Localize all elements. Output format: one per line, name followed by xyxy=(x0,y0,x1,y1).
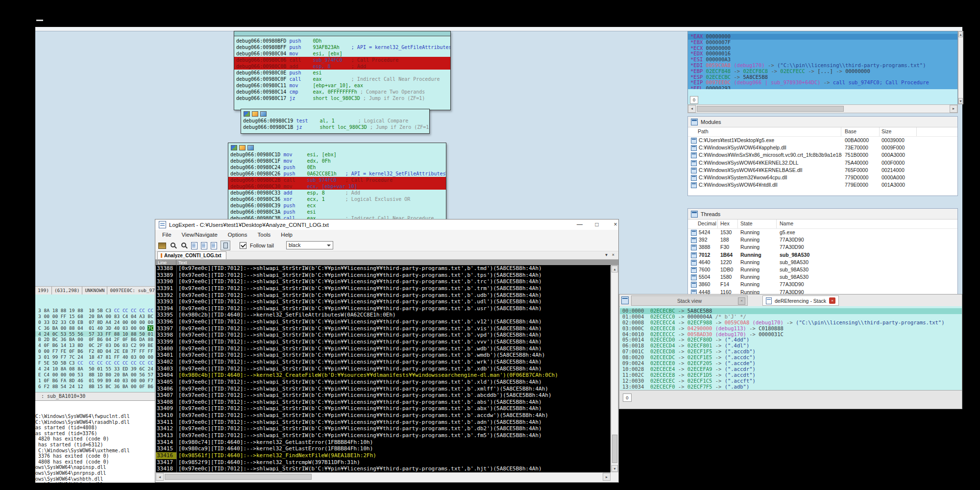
scroll-thumb[interactable] xyxy=(697,106,844,112)
maximize-button[interactable]: □ xyxy=(590,220,604,230)
disasm-line[interactable]: debug066:00980BFF push 93AFB23Ah ; API =… xyxy=(236,44,450,50)
threads-titlebar[interactable]: Threads xyxy=(688,209,957,220)
document-icon[interactable] xyxy=(201,242,207,249)
open-file-icon[interactable] xyxy=(158,243,166,249)
thread-row[interactable]: 3888F30Running77A30D90 xyxy=(688,244,957,251)
disasm-line[interactable]: debug066:00980C0E push esi xyxy=(236,70,450,76)
scroll-right-icon[interactable]: ▸ xyxy=(950,105,957,113)
disasm-block-setfileattributes[interactable]: debug066:00980C1D mov esi, [ebx]debug066… xyxy=(228,143,446,221)
thread-row[interactable]: 55041580Runningsub_98A530 xyxy=(688,273,957,281)
log-hscrollbar[interactable]: ◂ ▸ xyxy=(156,472,611,481)
disasm-line[interactable]: debug066:00980C17 jz short loc_980C3D ; … xyxy=(236,95,450,101)
hex-row[interactable]: 6 F2 8B 54 24 12 8B 15 BC 36 BA 00 0F B6 xyxy=(35,384,156,390)
scroll-thumb[interactable] xyxy=(165,474,312,480)
logexpert-titlebar[interactable]: LogExpert - C:¥Users¥test1¥Desktop¥Analy… xyxy=(155,220,618,230)
disasm-line[interactable]: debug066:00980C1D mov esi, [ebx] xyxy=(230,151,446,158)
log-row[interactable]: 33416[0x98561f][TID:4640]:-->kernel32_Fi… xyxy=(156,452,611,459)
close-icon[interactable]: × xyxy=(738,297,745,305)
log-row[interactable]: 33402[0x97ee0c][TID:7012]:-->shlwapi_Str… xyxy=(156,359,611,366)
stack-row[interactable]: 13:0034 02ECECF0 -> 02ECF7F5 -> (".adb") xyxy=(622,384,962,390)
menu-file[interactable]: File xyxy=(162,232,172,238)
threads-col-state[interactable]: State xyxy=(740,220,753,226)
modules-titlebar[interactable]: Modules xyxy=(688,117,957,127)
disasm-line[interactable]: debug066:00980C33 add esp, 8 ; Add xyxy=(230,190,446,196)
log-row[interactable]: 33399[0x97ee0c][TID:7012]:-->shlwapi_Str… xyxy=(156,339,611,345)
log-row[interactable]: 33405[0x97ee0c][TID:7012]:-->shlwapi_Str… xyxy=(156,379,611,386)
disasm-line[interactable]: debug066:00980C26 push 0A62CC8E1h ; API … xyxy=(230,171,446,177)
disasm-line[interactable]: debug066:00980BFD push 0Dh xyxy=(236,38,450,44)
hex-row[interactable]: 4 24 0C 53 55 56 57 33 FF 88 10 88 50 01 xyxy=(35,331,156,337)
disasm-line[interactable]: debug066:00980C0B add esp, 8 ; Add xyxy=(234,63,450,70)
threads-col-decimal[interactable]: Decimal xyxy=(698,220,716,226)
module-row[interactable]: C:¥Windows¥SysWOW64¥KERNELBASE.dll765F00… xyxy=(688,167,957,174)
module-row[interactable]: C:¥Windows¥SysWOW64¥apphelp.dll73E700000… xyxy=(688,144,957,151)
module-row[interactable]: C:¥Windows¥WinSxS¥x86_microsoft.vc90.crt… xyxy=(688,151,957,159)
log-row[interactable]: 33389[0x97ee0c][TID:7012]:-->shlwapi_Str… xyxy=(156,272,611,279)
follow-tail-checkbox[interactable] xyxy=(240,242,246,249)
log-row[interactable]: 33417[0x9852f9][TID:4640]:-->kernel32_ls… xyxy=(156,459,611,466)
disasm-line[interactable]: debug066:00980C1F mov edx, 0Fh xyxy=(230,158,446,164)
log-row[interactable]: 33414[0x980c74][TID:4640]:-->kernel32_Ge… xyxy=(156,439,611,446)
scroll-down-icon[interactable]: ▾ xyxy=(958,98,963,104)
menu-options[interactable]: Options xyxy=(228,232,247,238)
col-text[interactable]: Text xyxy=(178,260,187,265)
log-row[interactable]: 33397[0x97ee0c][TID:7012]:-->shlwapi_Str… xyxy=(156,325,611,332)
register-row[interactable]: *EFL 00000293 xyxy=(690,86,957,89)
disasm-line[interactable]: debug066:00980C3A push esi xyxy=(230,209,446,215)
log-row[interactable]: 33412[0x97ee0c][TID:7012]:-->shlwapi_Str… xyxy=(156,425,611,432)
tab-analyze-conti-log[interactable]: Analyze_CONTI_LOG.txt xyxy=(157,251,226,259)
log-row[interactable]: 33394[0x97ee0c][TID:7012]:-->shlwapi_Str… xyxy=(156,305,611,312)
log-row[interactable]: 33411[0x97ee0c][TID:7012]:-->shlwapi_Str… xyxy=(156,419,611,426)
disasm-line[interactable]: debug066:00980C19 test al, 1 ; Logical C… xyxy=(243,118,429,124)
minimize-button[interactable]: — xyxy=(573,220,587,230)
registers-hscrollbar[interactable]: ◂ ▸ xyxy=(687,104,958,113)
module-row[interactable]: C:¥Users¥test1¥Desktop¥g5.exe00BA0000000… xyxy=(688,137,957,144)
disasm-line[interactable]: debug066:00980C2B call sub_974FC0 ; Call… xyxy=(228,177,446,183)
log-row[interactable]: 33398[0x97ee0c][TID:7012]:-->shlwapi_Str… xyxy=(156,332,611,339)
search-icon[interactable] xyxy=(170,242,177,249)
threads-col-name[interactable]: Name xyxy=(780,220,793,226)
scroll-up-icon[interactable]: ▴ xyxy=(612,266,618,272)
scroll-left-icon[interactable]: ◂ xyxy=(156,473,164,481)
hex-row[interactable]: 3 00 00 FF 15 68 20 BA 00 83 C4 04 A3 BC xyxy=(35,314,156,319)
close-icon[interactable]: × xyxy=(829,297,835,304)
scroll-thumb[interactable] xyxy=(612,435,617,463)
thread-row[interactable]: 3860F14Running77A30D90 xyxy=(688,281,957,288)
log-row[interactable]: 33388[0x97ee0c][TID:7012]:-->shlwapi_Str… xyxy=(156,265,611,272)
log-row[interactable]: 33409[0x97ee0c][TID:7012]:-->shlwapi_Str… xyxy=(156,405,611,412)
disasm-line[interactable]: debug066:00980C14 cmp eax, 0FFFFFFFFh ; … xyxy=(236,89,450,95)
log-row[interactable]: 33396[0x97ee0c][TID:7012]:-->shlwapi_Str… xyxy=(156,318,611,325)
module-row[interactable]: C:¥Windows¥System32¥wow64cpu.dll779D0000… xyxy=(688,174,957,181)
log-row[interactable]: 33413[0x97ee0c][TID:7012]:-->shlwapi_Str… xyxy=(156,432,611,439)
module-row[interactable]: C:¥Windows¥SysWOW64¥ntdll.dll779E0000001… xyxy=(688,181,957,189)
hex-row[interactable]: 1 0F B6 FA 8D 46 01 99 B9 40 03 00 00 F7 xyxy=(35,378,156,384)
scroll-right-icon[interactable]: ▸ xyxy=(603,473,611,481)
disasm-line[interactable]: debug066:00980C06 call sub_974FC0 ; Call… xyxy=(234,57,450,63)
col-line[interactable]: Line xyxy=(158,260,167,265)
hex-row[interactable]: F 5E 5D 5B C3 CC CC CC CC CC CC CC CC CC xyxy=(35,360,156,366)
disasm-block-getfileattributes[interactable]: debug066:00980BFD push 0Dhdebug066:00980… xyxy=(234,31,451,110)
log-row[interactable]: 33400[0x97ee0c][TID:7012]:-->shlwapi_Str… xyxy=(156,345,611,352)
tab-close-icon[interactable]: × xyxy=(612,252,614,257)
menu-tools[interactable]: Tools xyxy=(257,232,270,238)
menu-help[interactable]: Help xyxy=(281,232,293,238)
tab-stack-view[interactable]: Stack view × xyxy=(631,295,748,306)
disasm-line[interactable]: debug066:00980C39 push ecx xyxy=(230,202,446,209)
disasm-line[interactable]: debug066:00980C1B jz short loc_980C3D ; … xyxy=(243,124,429,130)
disasm-line[interactable]: debug066:00980C36 xor ecx, 1 ; Logical E… xyxy=(230,196,446,202)
log-row[interactable]: 33415[0x980ca9][TID:4640]:-->kernel32_Ge… xyxy=(156,445,611,452)
log-vscrollbar[interactable]: ▴ ▾ xyxy=(611,265,618,472)
log-row[interactable]: 33401[0x97ee0c][TID:7012]:-->shlwapi_Str… xyxy=(156,352,611,359)
scroll-up-icon[interactable]: ▴ xyxy=(958,31,963,37)
log-row[interactable]: 33404[0x980c4b][TID:4640]:-->kernel32_Cr… xyxy=(156,372,611,379)
hex-row[interactable]: 0 00 F7 FE 0F B6 F2 8D 04 2E E8 7F FF FF xyxy=(35,348,156,354)
disasm-line[interactable]: debug066:00980C11 mov [ebp+var_10], eax xyxy=(236,82,450,89)
hex-row[interactable]: 3 8A 18 88 19 88 10 5B C3 CC CC CC CC CC xyxy=(35,308,156,314)
close-button[interactable]: × xyxy=(609,220,622,230)
log-row[interactable]: 33395[0x980c2b][TID:4640]:-->kernel32_Se… xyxy=(156,312,611,318)
disasm-line[interactable]: debug066:00980C24 push 0Eh xyxy=(230,164,446,171)
log-row[interactable]: 33407[0x97ee0c][TID:7012]:-->shlwapi_Str… xyxy=(156,392,611,399)
log-row[interactable]: 33393[0x97ee0c][TID:7012]:-->shlwapi_Str… xyxy=(156,298,611,305)
thread-row[interactable]: 46401220Runningsub_98A530 xyxy=(688,259,957,266)
registers-vscrollbar[interactable]: ▴ ▾ xyxy=(958,31,963,104)
